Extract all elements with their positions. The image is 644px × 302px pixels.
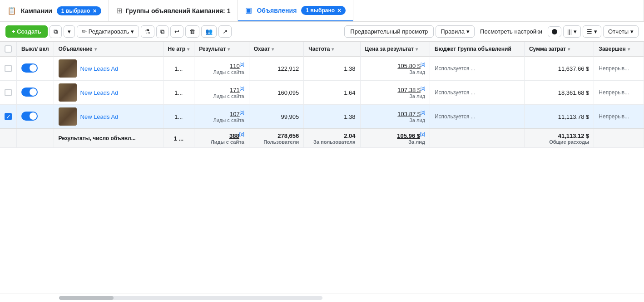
delete-button[interactable]: 🗑 bbox=[185, 25, 199, 38]
th-narrow[interactable]: Не атр ▾ bbox=[163, 42, 194, 57]
price-value: 105.80 $ bbox=[397, 63, 421, 69]
row-freq-cell: 1.38 bbox=[304, 57, 360, 81]
row-status-cell: Непрерыв... bbox=[594, 105, 644, 129]
row-toggle-cell[interactable] bbox=[17, 81, 54, 105]
row-budget-cell: Используется ... bbox=[430, 57, 524, 81]
flask-icon: ⚗ bbox=[145, 28, 150, 35]
row-reach-cell: 99,905 bbox=[249, 105, 304, 129]
row-checkbox-cell[interactable] bbox=[0, 81, 17, 105]
share-button[interactable]: ↗ bbox=[218, 25, 232, 38]
ad-name[interactable]: New Leads Ad bbox=[80, 65, 119, 72]
result-number: 107 bbox=[230, 111, 240, 117]
copy-button[interactable]: ⧉ bbox=[50, 25, 62, 38]
row-spend-cell: 18,361.68 $ bbox=[524, 81, 594, 105]
row-price-cell: 103.87 $[2] За лид bbox=[360, 105, 430, 129]
row-toggle-cell[interactable] bbox=[17, 57, 54, 81]
copy-dropdown-button[interactable]: ▾ bbox=[64, 25, 75, 38]
row-toggle[interactable] bbox=[21, 112, 38, 121]
narrow-sort-icon: ▾ bbox=[187, 47, 189, 52]
row-checkbox[interactable] bbox=[5, 65, 12, 72]
summary-narrow: 1 ... bbox=[163, 129, 194, 148]
th-spend[interactable]: Сумма затрат ▾ bbox=[524, 42, 594, 57]
undo-button[interactable]: ↩ bbox=[170, 25, 183, 38]
nav-ads[interactable]: ▣ Объявления 1 выбрано × bbox=[238, 0, 353, 21]
reports-button[interactable]: Отчеты ▾ bbox=[603, 25, 639, 38]
row-narrow-cell: 1... bbox=[163, 81, 194, 105]
row-toggle-cell[interactable] bbox=[17, 105, 54, 129]
row-spend-cell: 11,113.78 $ bbox=[524, 105, 594, 129]
duplicate-button[interactable]: ⧉ bbox=[156, 25, 168, 38]
row-result-cell: 107[2] Лиды с сайта bbox=[194, 105, 249, 129]
campaigns-badge[interactable]: 1 выбрано × bbox=[57, 6, 101, 15]
summary-result: 388[2] Лиды с сайта bbox=[194, 129, 249, 148]
ad-name[interactable]: New Leads Ad bbox=[80, 89, 119, 96]
row-toggle[interactable] bbox=[21, 63, 38, 73]
th-freq[interactable]: Частота ▾ bbox=[304, 42, 360, 57]
edit-button[interactable]: ✏ Редактировать ▾ bbox=[77, 25, 139, 38]
campaigns-title: Кампании bbox=[21, 7, 52, 15]
summary-price: 105.96 $[2] За лид bbox=[360, 129, 430, 148]
th-ad[interactable]: Объявление ▾ bbox=[54, 42, 163, 57]
row-reach-cell: 160,095 bbox=[249, 81, 304, 105]
copy-icon: ⧉ bbox=[54, 28, 58, 35]
row-toggle[interactable] bbox=[21, 88, 38, 97]
table-row: New Leads Ad 1... 171[2] Лиды с сайта 16… bbox=[0, 81, 644, 105]
adgroups-title: Группы объявлений Кампания: 1 bbox=[126, 7, 231, 15]
row-checkbox-cell[interactable] bbox=[0, 57, 17, 81]
row-budget-cell: Используется ... bbox=[430, 81, 524, 105]
scroll-track[interactable] bbox=[59, 296, 322, 300]
price-label: За лид bbox=[365, 117, 425, 123]
th-checkbox[interactable] bbox=[0, 42, 17, 57]
row-ad-cell[interactable]: New Leads Ad bbox=[54, 105, 163, 129]
view-button[interactable]: ☰ ▾ bbox=[583, 25, 601, 38]
header-checkbox[interactable] bbox=[5, 45, 12, 53]
ads-badge-close[interactable]: × bbox=[337, 7, 341, 14]
ads-title: Объявления bbox=[257, 7, 297, 14]
row-reach-cell: 122,912 bbox=[249, 57, 304, 81]
ads-badge[interactable]: 1 выбрано × bbox=[301, 6, 346, 15]
create-button[interactable]: + Создать bbox=[5, 25, 48, 38]
row-freq-cell: 1.64 bbox=[304, 81, 360, 105]
row-ad-cell[interactable]: New Leads Ad bbox=[54, 57, 163, 81]
campaigns-badge-close[interactable]: × bbox=[93, 7, 96, 15]
th-status[interactable]: Завершен ▾ bbox=[594, 42, 644, 57]
scroll-thumb[interactable] bbox=[59, 296, 114, 300]
summary-label: Результаты, число объявл... bbox=[54, 129, 163, 148]
th-result[interactable]: Результат ▾ bbox=[194, 42, 249, 57]
summary-freq: 2.04 За пользователя bbox=[304, 129, 360, 148]
flask-button[interactable]: ⚗ bbox=[141, 25, 154, 38]
nav-campaigns[interactable]: 📋 Кампании 1 выбрано × bbox=[0, 0, 109, 21]
rules-dropdown-icon: ▾ bbox=[466, 28, 470, 35]
row-budget-cell: Используется ... bbox=[430, 105, 524, 129]
row-ad-cell[interactable]: New Leads Ad bbox=[54, 81, 163, 105]
toolbar: + Создать ⧉ ▾ ✏ Редактировать ▾ ⚗ ⧉ ↩ 🗑 … bbox=[0, 22, 644, 42]
columns-button[interactable]: ||| ▾ bbox=[563, 25, 581, 38]
th-price[interactable]: Цена за результат ▾ bbox=[360, 42, 430, 57]
table-row: ✓ New Leads Ad 1... 107[2] Лиды с сайта bbox=[0, 105, 644, 129]
row-checkbox[interactable]: ✓ bbox=[5, 113, 12, 120]
people-button[interactable]: 👥 bbox=[201, 25, 217, 38]
th-toggle: Выкл/ вкл bbox=[17, 42, 54, 57]
dot-button[interactable] bbox=[548, 26, 561, 37]
result-label: Лиды с сайта bbox=[199, 69, 244, 75]
th-reach[interactable]: Охват ▾ bbox=[249, 42, 304, 57]
adgroups-icon: ⊞ bbox=[116, 6, 122, 15]
row-checkbox[interactable] bbox=[5, 89, 12, 96]
chevron-down-icon: ▾ bbox=[68, 28, 71, 35]
spend-sort-icon: ▾ bbox=[568, 47, 570, 52]
ad-name[interactable]: New Leads Ad bbox=[80, 113, 119, 120]
th-budget[interactable]: Бюджет Группа объявлений bbox=[430, 42, 524, 57]
ad-thumbnail bbox=[59, 107, 77, 126]
summary-status bbox=[594, 129, 644, 148]
freq-sort-icon: ▾ bbox=[332, 47, 334, 52]
row-checkbox-cell[interactable]: ✓ bbox=[0, 105, 17, 129]
row-narrow-cell: 1... bbox=[163, 105, 194, 129]
duplicate-icon: ⧉ bbox=[160, 28, 164, 35]
reach-sort-icon: ▾ bbox=[272, 47, 274, 52]
table-row: New Leads Ad 1... 110[2] Лиды с сайта 12… bbox=[0, 57, 644, 81]
rules-button[interactable]: Правила ▾ bbox=[436, 25, 475, 38]
preview-button[interactable]: Предварительный просмотр bbox=[344, 25, 434, 38]
nav-adgroups[interactable]: ⊞ Группы объявлений Кампания: 1 bbox=[109, 0, 238, 21]
row-price-cell: 105.80 $[2] За лид bbox=[360, 57, 430, 81]
settings-button[interactable]: Посмотреть настройки bbox=[476, 26, 546, 37]
